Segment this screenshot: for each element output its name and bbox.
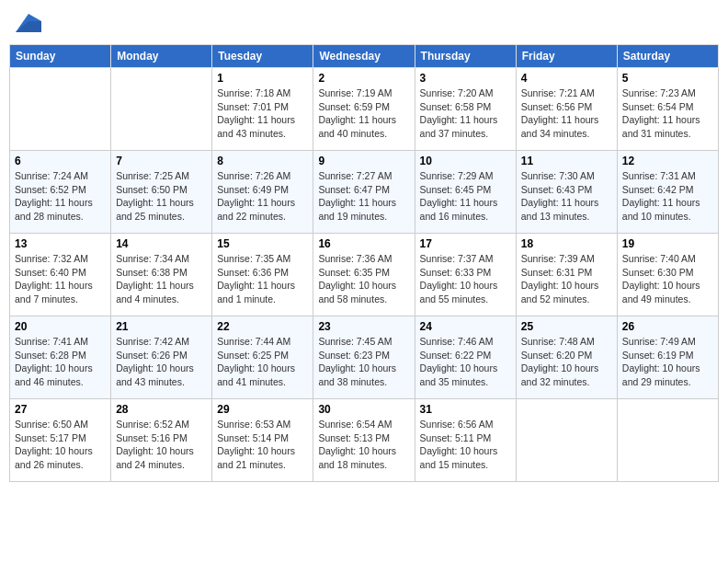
day-number: 18 (521, 237, 612, 250)
day-number: 26 (622, 320, 713, 333)
calendar-cell: 31Sunrise: 6:56 AM Sunset: 5:11 PM Dayli… (415, 399, 516, 482)
day-number: 19 (622, 237, 713, 250)
day-number: 2 (318, 72, 409, 85)
day-of-week-header: Wednesday (313, 45, 415, 68)
calendar-cell: 26Sunrise: 7:49 AM Sunset: 6:19 PM Dayli… (617, 316, 718, 399)
day-info: Sunrise: 7:35 AM Sunset: 6:36 PM Dayligh… (217, 252, 308, 306)
day-info: Sunrise: 7:41 AM Sunset: 6:28 PM Dayligh… (15, 335, 106, 389)
day-number: 1 (217, 72, 308, 85)
calendar-cell: 9Sunrise: 7:27 AM Sunset: 6:47 PM Daylig… (313, 151, 415, 234)
day-info: Sunrise: 7:24 AM Sunset: 6:52 PM Dayligh… (15, 169, 106, 224)
day-info: Sunrise: 7:23 AM Sunset: 6:54 PM Dayligh… (622, 86, 713, 141)
day-number: 21 (116, 320, 207, 333)
day-of-week-header: Sunday (10, 45, 111, 68)
calendar-cell: 15Sunrise: 7:35 AM Sunset: 6:36 PM Dayli… (212, 234, 313, 316)
day-number: 14 (116, 237, 207, 250)
day-info: Sunrise: 7:25 AM Sunset: 6:50 PM Dayligh… (116, 169, 207, 224)
day-info: Sunrise: 7:30 AM Sunset: 6:43 PM Dayligh… (521, 169, 612, 224)
day-number: 12 (622, 155, 713, 167)
calendar-cell (516, 399, 617, 482)
day-of-week-header: Friday (516, 45, 617, 68)
day-info: Sunrise: 7:42 AM Sunset: 6:26 PM Dayligh… (116, 335, 207, 389)
calendar-week-row: 20Sunrise: 7:41 AM Sunset: 6:28 PM Dayli… (10, 316, 719, 399)
day-number: 29 (217, 403, 308, 416)
day-info: Sunrise: 7:26 AM Sunset: 6:49 PM Dayligh… (217, 169, 308, 224)
day-of-week-header: Saturday (617, 45, 718, 68)
calendar-cell (617, 399, 718, 482)
calendar-cell: 28Sunrise: 6:52 AM Sunset: 5:16 PM Dayli… (111, 399, 212, 482)
calendar-week-row: 13Sunrise: 7:32 AM Sunset: 6:40 PM Dayli… (10, 234, 719, 316)
calendar-cell: 29Sunrise: 6:53 AM Sunset: 5:14 PM Dayli… (212, 399, 313, 482)
day-info: Sunrise: 7:44 AM Sunset: 6:25 PM Dayligh… (217, 335, 308, 389)
day-number: 7 (116, 155, 207, 167)
day-number: 27 (15, 403, 106, 416)
day-info: Sunrise: 7:39 AM Sunset: 6:31 PM Dayligh… (521, 252, 612, 306)
day-number: 8 (217, 155, 308, 167)
calendar-cell: 18Sunrise: 7:39 AM Sunset: 6:31 PM Dayli… (516, 234, 617, 316)
calendar-cell: 7Sunrise: 7:25 AM Sunset: 6:50 PM Daylig… (111, 151, 212, 234)
header (9, 9, 719, 37)
calendar-cell: 16Sunrise: 7:36 AM Sunset: 6:35 PM Dayli… (313, 234, 415, 316)
calendar-week-row: 6Sunrise: 7:24 AM Sunset: 6:52 PM Daylig… (10, 151, 719, 234)
day-info: Sunrise: 7:34 AM Sunset: 6:38 PM Dayligh… (116, 252, 207, 306)
day-info: Sunrise: 7:31 AM Sunset: 6:42 PM Dayligh… (622, 169, 713, 224)
day-info: Sunrise: 7:18 AM Sunset: 7:01 PM Dayligh… (217, 86, 308, 141)
day-of-week-header: Thursday (415, 45, 516, 68)
day-number: 4 (521, 72, 612, 85)
calendar-cell: 5Sunrise: 7:23 AM Sunset: 6:54 PM Daylig… (617, 68, 718, 151)
calendar-cell: 14Sunrise: 7:34 AM Sunset: 6:38 PM Dayli… (111, 234, 212, 316)
calendar-cell: 11Sunrise: 7:30 AM Sunset: 6:43 PM Dayli… (516, 151, 617, 234)
day-number: 23 (318, 320, 409, 333)
day-info: Sunrise: 7:40 AM Sunset: 6:30 PM Dayligh… (622, 252, 713, 306)
day-info: Sunrise: 6:53 AM Sunset: 5:14 PM Dayligh… (217, 418, 308, 472)
calendar-cell (111, 68, 212, 151)
calendar-cell: 3Sunrise: 7:20 AM Sunset: 6:58 PM Daylig… (415, 68, 516, 151)
calendar-week-row: 27Sunrise: 6:50 AM Sunset: 5:17 PM Dayli… (10, 399, 719, 482)
day-info: Sunrise: 7:21 AM Sunset: 6:56 PM Dayligh… (521, 86, 612, 141)
day-info: Sunrise: 7:36 AM Sunset: 6:35 PM Dayligh… (318, 252, 409, 306)
logo (14, 14, 41, 37)
day-info: Sunrise: 7:45 AM Sunset: 6:23 PM Dayligh… (318, 335, 409, 389)
day-number: 11 (521, 155, 612, 167)
day-info: Sunrise: 7:20 AM Sunset: 6:58 PM Dayligh… (420, 86, 511, 141)
day-number: 13 (15, 237, 106, 250)
day-info: Sunrise: 6:52 AM Sunset: 5:16 PM Dayligh… (116, 418, 207, 472)
day-number: 5 (622, 72, 713, 85)
calendar-cell: 8Sunrise: 7:26 AM Sunset: 6:49 PM Daylig… (212, 151, 313, 234)
day-info: Sunrise: 7:32 AM Sunset: 6:40 PM Dayligh… (15, 252, 106, 306)
calendar-cell: 13Sunrise: 7:32 AM Sunset: 6:40 PM Dayli… (10, 234, 111, 316)
day-number: 28 (116, 403, 207, 416)
day-info: Sunrise: 7:37 AM Sunset: 6:33 PM Dayligh… (420, 252, 511, 306)
calendar-table: SundayMondayTuesdayWednesdayThursdayFrid… (9, 44, 719, 482)
day-number: 22 (217, 320, 308, 333)
day-info: Sunrise: 7:48 AM Sunset: 6:20 PM Dayligh… (521, 335, 612, 389)
calendar-cell: 2Sunrise: 7:19 AM Sunset: 6:59 PM Daylig… (313, 68, 415, 151)
day-number: 24 (420, 320, 511, 333)
calendar-cell: 25Sunrise: 7:48 AM Sunset: 6:20 PM Dayli… (516, 316, 617, 399)
day-info: Sunrise: 7:49 AM Sunset: 6:19 PM Dayligh… (622, 335, 713, 389)
day-info: Sunrise: 7:27 AM Sunset: 6:47 PM Dayligh… (318, 169, 409, 224)
day-info: Sunrise: 7:29 AM Sunset: 6:45 PM Dayligh… (420, 169, 511, 224)
calendar-cell: 24Sunrise: 7:46 AM Sunset: 6:22 PM Dayli… (415, 316, 516, 399)
calendar-cell: 22Sunrise: 7:44 AM Sunset: 6:25 PM Dayli… (212, 316, 313, 399)
day-info: Sunrise: 6:56 AM Sunset: 5:11 PM Dayligh… (420, 418, 511, 472)
day-info: Sunrise: 7:46 AM Sunset: 6:22 PM Dayligh… (420, 335, 511, 389)
day-info: Sunrise: 6:54 AM Sunset: 5:13 PM Dayligh… (318, 418, 409, 472)
calendar-cell: 21Sunrise: 7:42 AM Sunset: 6:26 PM Dayli… (111, 316, 212, 399)
calendar-cell: 6Sunrise: 7:24 AM Sunset: 6:52 PM Daylig… (10, 151, 111, 234)
day-number: 20 (15, 320, 106, 333)
day-number: 10 (420, 155, 511, 167)
day-info: Sunrise: 6:50 AM Sunset: 5:17 PM Dayligh… (15, 418, 106, 472)
day-number: 30 (318, 403, 409, 416)
day-number: 15 (217, 237, 308, 250)
calendar-cell: 19Sunrise: 7:40 AM Sunset: 6:30 PM Dayli… (617, 234, 718, 316)
calendar-cell: 10Sunrise: 7:29 AM Sunset: 6:45 PM Dayli… (415, 151, 516, 234)
day-number: 31 (420, 403, 511, 416)
day-number: 17 (420, 237, 511, 250)
day-number: 3 (420, 72, 511, 85)
calendar-week-row: 1Sunrise: 7:18 AM Sunset: 7:01 PM Daylig… (10, 68, 719, 151)
day-number: 6 (15, 155, 106, 167)
calendar-cell: 1Sunrise: 7:18 AM Sunset: 7:01 PM Daylig… (212, 68, 313, 151)
calendar-header-row: SundayMondayTuesdayWednesdayThursdayFrid… (10, 45, 719, 68)
calendar-cell: 4Sunrise: 7:21 AM Sunset: 6:56 PM Daylig… (516, 68, 617, 151)
